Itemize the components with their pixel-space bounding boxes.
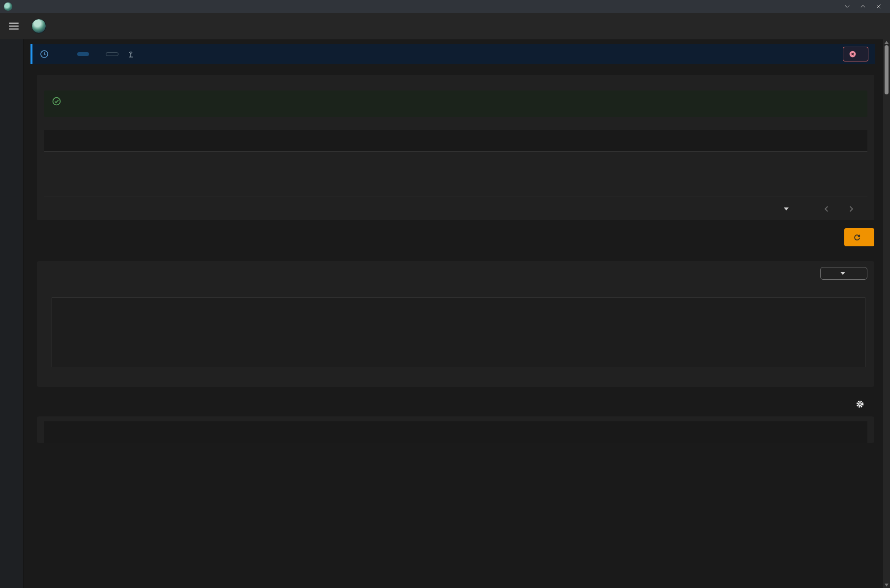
scroll-down-icon[interactable] (885, 584, 889, 587)
banner-sdr (127, 50, 138, 58)
scroll-up-icon[interactable] (885, 41, 889, 44)
timeline-plot (52, 297, 865, 367)
app-logo-icon (4, 2, 12, 11)
sidebar (0, 39, 24, 588)
menu-icon[interactable] (9, 23, 19, 29)
pagination (44, 197, 867, 220)
chevron-down-icon (840, 272, 845, 275)
close-icon[interactable] (874, 2, 883, 11)
timeline-chart (52, 287, 865, 380)
peak-elevation-badge (106, 52, 119, 56)
app-logo-icon (31, 19, 46, 33)
window-controls (843, 2, 890, 11)
status-icons (857, 26, 882, 27)
scheduled-table (37, 416, 874, 443)
chevron-up-icon[interactable] (859, 2, 867, 11)
main-content (24, 39, 883, 588)
previous-page-button[interactable] (821, 204, 832, 214)
countdown-badge (77, 52, 89, 56)
monitored-table (44, 130, 867, 220)
auto-generation-info (44, 90, 867, 117)
gear-icon[interactable] (855, 399, 865, 410)
scheduled-observations-section (37, 399, 874, 443)
regenerate-all-button[interactable] (844, 228, 874, 246)
next-observation-banner (30, 44, 875, 64)
monitored-toolbar (37, 228, 874, 246)
clock-icon (39, 49, 49, 59)
next-page-button[interactable] (846, 204, 857, 214)
refresh-icon (853, 233, 861, 242)
chevron-down-icon[interactable] (843, 2, 852, 11)
table-header (44, 130, 867, 151)
abort-button[interactable] (843, 47, 868, 61)
monitored-satellites-section (37, 75, 874, 220)
x-circle-icon (848, 50, 857, 59)
duration-select[interactable] (820, 267, 867, 280)
table-empty-space (44, 151, 867, 197)
appbar (0, 13, 890, 39)
check-circle-icon (52, 96, 61, 106)
antenna-icon (127, 50, 135, 58)
table-header (44, 421, 867, 443)
chevron-down-icon (784, 207, 789, 210)
scrollbar-thumb[interactable] (885, 45, 889, 94)
timeline-section (37, 261, 874, 387)
rows-per-page-select[interactable] (780, 207, 789, 210)
vertical-scrollbar[interactable] (883, 39, 890, 588)
titlebar (0, 0, 890, 13)
